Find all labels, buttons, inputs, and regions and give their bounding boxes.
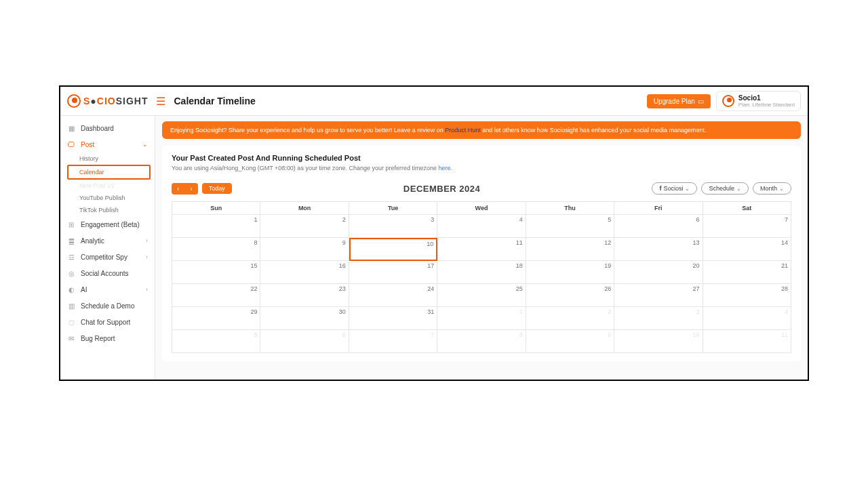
sidebar-sub-calendar[interactable]: Calendar bbox=[67, 165, 151, 180]
sidebar-item-post[interactable]: 🖵Post ⌄ bbox=[60, 136, 155, 152]
today-button[interactable]: Today bbox=[202, 183, 232, 194]
calendar-day-cell[interactable]: 6 bbox=[614, 215, 703, 238]
calendar-day-cell[interactable]: 10 bbox=[349, 238, 437, 261]
day-number: 21 bbox=[781, 262, 788, 269]
calendar-day-cell[interactable]: 11 bbox=[703, 330, 791, 353]
calendar-day-cell[interactable]: 8 bbox=[437, 330, 526, 353]
calendar-day-cell[interactable]: 4 bbox=[703, 307, 791, 330]
calendar-day-cell[interactable]: 2 bbox=[526, 307, 614, 330]
product-hunt-link[interactable]: Product Hunt bbox=[445, 127, 481, 134]
day-number: 24 bbox=[427, 285, 434, 292]
calendar-day-cell[interactable]: 19 bbox=[526, 261, 614, 284]
sidebar-item-chat-support[interactable]: ◌ Chat for Support bbox=[60, 314, 155, 330]
calendar-day-cell[interactable]: 24 bbox=[349, 284, 437, 307]
day-number: 4 bbox=[519, 216, 523, 223]
day-number: 1 bbox=[254, 216, 257, 223]
day-number: 29 bbox=[250, 308, 257, 315]
calendar-day-cell[interactable]: 29 bbox=[172, 307, 260, 330]
day-number: 28 bbox=[781, 285, 788, 292]
calendar-day-cell[interactable]: 8 bbox=[172, 238, 260, 261]
calendar-day-cell[interactable]: 1 bbox=[172, 215, 260, 238]
day-number: 9 bbox=[608, 331, 611, 338]
day-number: 4 bbox=[785, 308, 788, 315]
calendar-day-cell[interactable]: 10 bbox=[614, 330, 703, 353]
day-number: 23 bbox=[339, 285, 346, 292]
calendar-day-cell[interactable]: 26 bbox=[526, 284, 614, 307]
calendar-day-cell[interactable]: 7 bbox=[703, 215, 791, 238]
calendar-day-cell[interactable]: 20 bbox=[614, 261, 703, 284]
promo-banner: Enjoying Sociosight? Share your experien… bbox=[162, 121, 801, 139]
day-number: 9 bbox=[342, 239, 346, 246]
sidebar-sub-tiktok[interactable]: TikTok Publish bbox=[60, 204, 155, 216]
calendar-day-cell[interactable]: 9 bbox=[526, 330, 614, 353]
day-number: 10 bbox=[427, 241, 433, 247]
calendar-day-cell[interactable]: 13 bbox=[614, 238, 703, 261]
sidebar-sub-youtube[interactable]: YouTube Publish bbox=[60, 192, 155, 204]
day-number: 25 bbox=[516, 285, 523, 292]
day-number: 12 bbox=[604, 239, 611, 246]
sidebar-item-social-accounts[interactable]: ◎ Social Accounts bbox=[60, 265, 155, 281]
calendar-day-cell[interactable]: 9 bbox=[260, 238, 349, 261]
calendar-day-cell[interactable]: 2 bbox=[260, 215, 349, 238]
sidebar-sub-history[interactable]: History bbox=[60, 152, 155, 165]
chevron-down-icon: ⌄ bbox=[685, 186, 690, 192]
calendar-day-cell[interactable]: 3 bbox=[349, 215, 437, 238]
calendar-day-cell[interactable]: 23 bbox=[260, 284, 349, 307]
calendar-week-row: 15161718192021 bbox=[172, 261, 791, 284]
timezone-link[interactable]: here bbox=[438, 165, 450, 171]
calendar-day-cell[interactable]: 11 bbox=[437, 238, 526, 261]
calendar-day-cell[interactable]: 5 bbox=[172, 330, 260, 353]
day-number: 7 bbox=[431, 331, 434, 338]
chevron-right-icon: › bbox=[146, 237, 148, 244]
next-month-button[interactable]: › bbox=[184, 183, 197, 195]
calendar-day-cell[interactable]: 31 bbox=[349, 307, 437, 330]
calendar-day-cell[interactable]: 17 bbox=[349, 261, 437, 284]
calendar-day-cell[interactable]: 5 bbox=[526, 215, 614, 238]
calendar-day-cell[interactable]: 25 bbox=[437, 284, 526, 307]
calendar-icon: ▥ bbox=[67, 302, 75, 310]
calendar-day-cell[interactable]: 22 bbox=[172, 284, 260, 307]
sidebar-item-bug-report[interactable]: ✉ Bug Report bbox=[60, 330, 155, 346]
account-menu[interactable]: Socio1 Plan: Lifetime Standard bbox=[716, 91, 801, 111]
calendar-day-cell[interactable]: 3 bbox=[614, 307, 703, 330]
sidebar-item-analytic[interactable]: ䷀Analytic › bbox=[60, 232, 155, 249]
calendar-day-cell[interactable]: 21 bbox=[703, 261, 791, 284]
sidebar-item-competitor[interactable]: ☲Competitor Spy › bbox=[60, 249, 155, 265]
sidebar: ▦ Dashboard 🖵Post ⌄ History Calendar New… bbox=[60, 116, 155, 380]
calendar-day-cell[interactable]: 7 bbox=[349, 330, 437, 353]
calendar-day-cell[interactable]: 15 bbox=[172, 261, 260, 284]
sidebar-item-engagement[interactable]: ⊞ Engagement (Beta) bbox=[60, 216, 155, 232]
calendar-day-cell[interactable]: 6 bbox=[260, 330, 349, 353]
logo[interactable]: S●CIOSIGHT bbox=[67, 94, 148, 108]
calendar-day-cell[interactable]: 28 bbox=[703, 284, 791, 307]
prev-month-button[interactable]: ‹ bbox=[172, 183, 184, 195]
chevron-down-icon: ⌄ bbox=[736, 186, 741, 192]
calendar-day-cell[interactable]: 1 bbox=[437, 307, 526, 330]
calendar-day-header: Sat bbox=[703, 202, 791, 215]
filter-account[interactable]: f Sociosi ⌄ bbox=[652, 182, 697, 195]
sidebar-item-dashboard[interactable]: ▦ Dashboard bbox=[60, 120, 155, 136]
chevron-down-icon: ⌄ bbox=[779, 186, 784, 192]
avatar-icon bbox=[722, 95, 734, 107]
day-number: 3 bbox=[431, 216, 434, 223]
calendar-day-cell[interactable]: 12 bbox=[526, 238, 614, 261]
calendar-day-cell[interactable]: 16 bbox=[260, 261, 349, 284]
calendar-day-cell[interactable]: 27 bbox=[614, 284, 703, 307]
day-number: 26 bbox=[604, 285, 611, 292]
calendar-day-cell[interactable]: 30 bbox=[260, 307, 349, 330]
calendar-week-row: 22232425262728 bbox=[172, 284, 791, 307]
sidebar-item-ai[interactable]: ◐AI › bbox=[60, 281, 155, 298]
day-number: 6 bbox=[696, 216, 700, 223]
sidebar-sub-newpostv2[interactable]: New Post V2 bbox=[60, 180, 155, 192]
calendar-day-cell[interactable]: 18 bbox=[437, 261, 526, 284]
day-number: 11 bbox=[516, 239, 523, 246]
body: ▦ Dashboard 🖵Post ⌄ History Calendar New… bbox=[60, 116, 808, 380]
filter-schedule[interactable]: Schedule ⌄ bbox=[701, 182, 749, 195]
sidebar-item-schedule-demo[interactable]: ▥ Schedule a Demo bbox=[60, 298, 155, 314]
calendar-day-cell[interactable]: 4 bbox=[437, 215, 526, 238]
calendar-day-cell[interactable]: 14 bbox=[703, 238, 791, 261]
filter-view[interactable]: Month ⌄ bbox=[753, 182, 791, 195]
upgrade-plan-button[interactable]: Upgrade Plan ▭ bbox=[647, 94, 711, 108]
day-number: 1 bbox=[519, 308, 523, 315]
menu-toggle-icon[interactable]: ☰ bbox=[156, 95, 165, 108]
